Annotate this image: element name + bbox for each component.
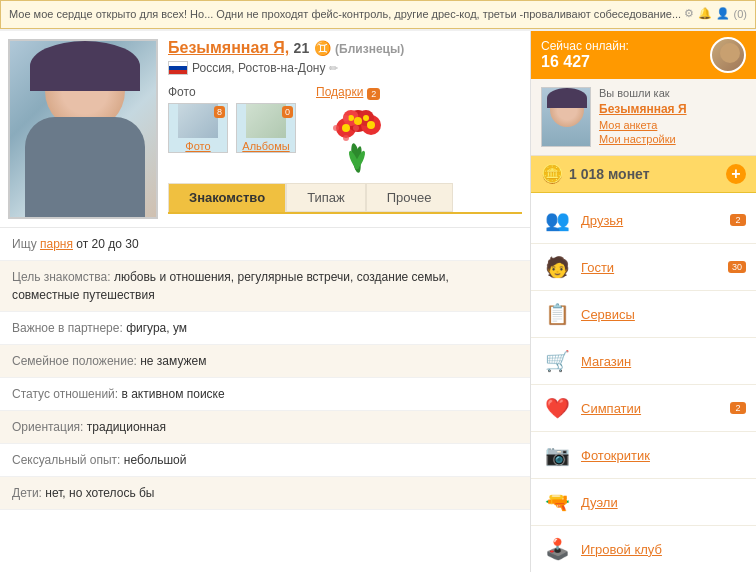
sidebar-item-сервисы[interactable]: 📋 Сервисы [531,291,756,338]
sidebar-item-icon: 👥 [541,204,573,236]
field-value: традиционная [87,420,166,434]
online-bar: Сейчас онлайн: 16 427 [531,31,756,79]
sidebar-item-label: Друзья [581,213,722,228]
sidebar-menu: 👥 Друзья 2 🧑 Гости 30 📋 Сервисы 🛒 Магази… [531,193,756,572]
sidebar-item-label: Сервисы [581,307,746,322]
zodiac-symbol: ♊ [314,40,331,56]
status-message: Мое мое сердце открыто для всех! Но... О… [9,8,681,20]
field-value: от 20 до 30 [73,237,139,251]
profile-name-line: Безымянная Я, 21 ♊ (Близнецы) [168,39,522,57]
zodiac-name: (Близнецы) [335,42,404,56]
field-label: Статус отношений: [12,387,121,401]
field-value: не замужем [140,354,206,368]
svg-point-11 [367,121,375,129]
sidebar-item-label: Гости [581,260,720,275]
sidebar-item-icon: 📋 [541,298,573,330]
logged-in-label: Вы вошли как [599,87,687,99]
online-label: Сейчас онлайн: [541,39,629,53]
sidebar-item-label: Фотокритик [581,448,746,463]
sidebar-item-фотокритик[interactable]: 📷 Фотокритик [531,432,756,479]
sidebar-item-магазин[interactable]: 🛒 Магазин [531,338,756,385]
sidebar-item-гости[interactable]: 🧑 Гости 30 [531,244,756,291]
svg-point-16 [343,135,349,141]
sidebar-item-симпатии[interactable]: ❤️ Симпатии 2 [531,385,756,432]
svg-point-10 [354,117,362,125]
tab-other[interactable]: Прочее [366,183,453,212]
add-coins-button[interactable]: + [726,164,746,184]
edit-location-icon[interactable]: ✏ [329,62,338,75]
field-value: небольшой [124,453,187,467]
photos-section-label: Фото [168,85,296,99]
photos-block: Фото 8 Фото 0 Альбомы [168,85,296,173]
flag-icon [168,61,188,75]
field-value: нет, но хотелось бы [45,486,154,500]
albums-thumb[interactable]: 0 Альбомы [236,103,296,153]
top-icons: ⚙ 🔔 👤 (0) [684,7,747,20]
profile-info: Безымянная Я, 21 ♊ (Близнецы) Россия, Ро… [168,39,522,219]
sidebar-item-label: Симпатии [581,401,722,416]
sidebar-item-badge: 30 [728,261,746,273]
photos-section: Фото 8 Фото 0 Альбомы [168,85,522,173]
field-row: Цель знакомства: любовь и отношения, рег… [0,261,530,312]
field-row: Статус отношений: в активном поиске [0,378,530,411]
gifts-link[interactable]: Подарки [316,85,363,99]
svg-point-15 [333,125,339,131]
sidebar-item-icon: 🔫 [541,486,573,518]
field-label: Важное в партнере: [12,321,126,335]
online-user-avatar [710,37,746,73]
sidebar-item-label: Дуэли [581,495,746,510]
field-label: Цель знакомства: [12,270,114,284]
gender-link[interactable]: парня [40,237,73,251]
sidebar-item-icon: ❤️ [541,392,573,424]
profile-card-info: Вы вошли как Безымянная Я Моя анкета Мои… [599,87,687,147]
location-line: Россия, Ростов-на-Дону ✏ [168,61,522,75]
photos-link[interactable]: Фото [185,140,210,152]
sidebar-item-игровой-клуб[interactable]: 🕹️ Игровой клуб [531,526,756,572]
field-row: Важное в партнере: фигура, ум [0,312,530,345]
profile-card-avatar [541,87,591,147]
left-column: Безымянная Я, 21 ♊ (Близнецы) Россия, Ро… [0,31,530,572]
albums-link[interactable]: Альбомы [242,140,289,152]
sidebar-item-label: Магазин [581,354,746,369]
sidebar-item-друзья[interactable]: 👥 Друзья 2 [531,197,756,244]
sidebar-item-badge: 2 [730,402,746,414]
field-label: Сексуальный опыт: [12,453,124,467]
status-text: Мое мое сердце открыто для всех! Но... О… [9,7,684,22]
field-row: Сексуальный опыт: небольшой [0,444,530,477]
photos-thumb[interactable]: 8 Фото [168,103,228,153]
svg-point-13 [363,115,369,121]
field-label: Семейное положение: [12,354,140,368]
profile-name-link[interactable]: Безымянная Я, [168,39,289,56]
gifts-block: Подарки 2 [316,85,396,173]
gifts-count-badge: 2 [367,88,380,100]
photos-count-badge: 8 [214,106,225,118]
count-badge: (0) [734,8,747,20]
coins-label: монет [608,166,650,182]
settings-icon[interactable]: ⚙ [684,7,694,20]
field-value: фигура, ум [126,321,187,335]
user-icon[interactable]: 👤 [716,7,730,20]
profile-fields: Ищу парня от 20 до 30Цель знакомства: лю… [0,228,530,510]
coins-bar: 🪙 1 018 монет + [531,156,756,193]
profile-card-name-link[interactable]: Безымянная Я [599,102,687,116]
field-row: Ищу парня от 20 до 30 [0,228,530,261]
tab-type[interactable]: Типаж [286,183,366,212]
tab-acquaintance[interactable]: Знакомство [168,183,286,212]
main-layout: Безымянная Я, 21 ♊ (Близнецы) Россия, Ро… [0,31,756,572]
profile-card: Вы вошли как Безымянная Я Моя анкета Мои… [531,79,756,156]
sidebar-item-label: Игровой клуб [581,542,746,557]
my-settings-link[interactable]: Мои настройки [599,133,687,145]
gift-flower-image [316,103,396,173]
coins-icon: 🪙 [541,163,563,185]
notification-icon[interactable]: 🔔 [698,7,712,20]
profile-header: Безымянная Я, 21 ♊ (Близнецы) Россия, Ро… [0,31,530,228]
profile-photo-main[interactable] [8,39,158,219]
my-profile-link[interactable]: Моя анкета [599,119,687,131]
sidebar-item-дуэли[interactable]: 🔫 Дуэли [531,479,756,526]
field-label: Ориентация: [12,420,87,434]
photo-thumbs: 8 Фото 0 Альбомы [168,103,296,153]
sidebar-item-icon: 🕹️ [541,533,573,565]
top-status-bar: Мое мое сердце открыто для всех! Но... О… [0,0,756,29]
location-text: Россия, Ростов-на-Дону [192,61,325,75]
sidebar-item-icon: 📷 [541,439,573,471]
